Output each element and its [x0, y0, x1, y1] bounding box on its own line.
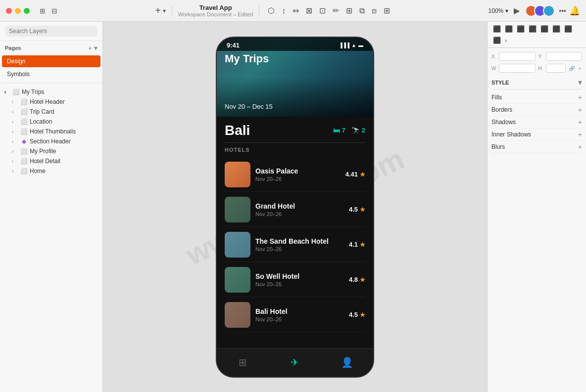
- align-center-h[interactable]: ⬛: [503, 24, 514, 34]
- w-input[interactable]: [499, 64, 536, 73]
- rating-value-2: 4.1: [349, 241, 358, 248]
- view-toggle-1[interactable]: ⊞: [38, 6, 48, 16]
- x-input[interactable]: [499, 52, 536, 61]
- tree-item-hotel-thumbnails[interactable]: › ⬜ Hotel Thumbnails: [0, 127, 102, 136]
- tree-item-hotel-header[interactable]: › ⬜ Hotel Header: [0, 97, 102, 107]
- add-button[interactable]: +: [155, 5, 161, 16]
- avatar-3: [543, 5, 555, 17]
- tool-copy[interactable]: ⧉: [357, 5, 367, 17]
- zoom-control[interactable]: 100% ▾: [488, 7, 509, 14]
- hotel-item-3[interactable]: So Well Hotel Nov 20–26 4.8 ★: [225, 263, 365, 297]
- chevron-icon: ›: [12, 99, 18, 105]
- borders-actions: +: [578, 106, 582, 114]
- lock-ratio-button[interactable]: 🔗: [567, 64, 576, 73]
- more-options-button[interactable]: ›: [578, 64, 582, 73]
- tool-arrange[interactable]: ↕: [279, 5, 288, 17]
- tab-profile[interactable]: 👤: [321, 348, 373, 377]
- hotel-item-1[interactable]: Grand Hotel Nov 20–26 4.5 ★: [225, 193, 365, 227]
- tree-item-home[interactable]: › ⬜ Home: [0, 166, 102, 176]
- page-symbols[interactable]: Symbols: [2, 68, 100, 80]
- play-button[interactable]: ▶: [511, 4, 522, 17]
- page-design[interactable]: Design: [2, 55, 100, 67]
- beds-stat: 🛏 7: [333, 127, 345, 134]
- main-area: Pages + ▾ Design Symbols ▾ ⬜ My Trips › …: [0, 22, 586, 392]
- style-expand-button[interactable]: ▾: [578, 78, 582, 87]
- align-left[interactable]: ⬛: [491, 24, 502, 34]
- minimize-button[interactable]: [15, 8, 21, 14]
- fullscreen-button[interactable]: [24, 8, 30, 14]
- tree-item-my-trips[interactable]: ▾ ⬜ My Trips: [0, 87, 102, 97]
- tab-grid[interactable]: ⊞: [217, 348, 269, 377]
- add-inner-shadow-button[interactable]: +: [578, 131, 582, 138]
- hotel-rating-1: 4.5 ★: [349, 206, 365, 213]
- tree-item-my-profile[interactable]: › ⬜ My Profile: [0, 146, 102, 156]
- more-button[interactable]: •••: [559, 7, 566, 15]
- shadows-row[interactable]: Shadows +: [491, 116, 582, 129]
- align-bottom[interactable]: ⬛: [551, 24, 562, 34]
- fills-actions: +: [578, 93, 582, 101]
- add-border-button[interactable]: +: [578, 106, 582, 114]
- page-icon: ⬜: [12, 88, 20, 95]
- inner-shadows-row[interactable]: Inner Shadows +: [491, 129, 582, 141]
- notification-bell[interactable]: 🔔: [569, 5, 580, 16]
- hotel-item-0[interactable]: Oasis Palace Nov 20–26 4.41 ★: [225, 158, 365, 192]
- pages-actions: + ▾: [88, 44, 98, 52]
- hotel-item-2[interactable]: The Sand Beach Hotel Nov 20–26 4.1 ★: [225, 228, 365, 262]
- collaborators: [525, 5, 552, 17]
- view-toggle-2[interactable]: ⊟: [49, 6, 59, 16]
- header-overlay: [217, 77, 373, 117]
- distribute-v[interactable]: ⬛: [491, 35, 502, 45]
- rating-value-1: 4.5: [349, 206, 358, 213]
- hotel-name-0: Oasis Palace: [255, 167, 341, 175]
- hotel-thumb-4: [225, 302, 250, 328]
- align-center-v[interactable]: ⬛: [539, 24, 550, 34]
- tab-travel[interactable]: ✈: [269, 348, 321, 377]
- tool-layers[interactable]: ⧈: [369, 5, 379, 17]
- style-label: STYLE: [491, 80, 509, 86]
- hotel-list: Oasis Palace Nov 20–26 4.41 ★: [225, 158, 365, 332]
- add-fill-button[interactable]: +: [578, 93, 582, 101]
- tool-more[interactable]: ⊞: [381, 4, 392, 17]
- app-subtitle: Workspace Document – Edited: [178, 11, 253, 17]
- add-page-button[interactable]: +: [88, 44, 92, 52]
- align-right[interactable]: ⬛: [515, 24, 526, 34]
- fills-row[interactable]: Fills +: [491, 91, 582, 104]
- tool-insert[interactable]: ⬡: [265, 4, 277, 17]
- folder-icon: ⬜: [20, 108, 28, 115]
- toolbar: ⊞ ⊟ + ▾ Travel App Workspace Document – …: [0, 0, 586, 22]
- add-shadow-button[interactable]: +: [578, 118, 582, 126]
- hotel-rating-0: 4.41 ★: [345, 171, 365, 178]
- h-input[interactable]: [546, 64, 566, 73]
- add-chevron[interactable]: ▾: [163, 7, 166, 14]
- tool-frame[interactable]: ⊠: [303, 4, 315, 17]
- tool-crop[interactable]: ⊡: [317, 4, 328, 17]
- borders-row[interactable]: Borders +: [491, 104, 582, 116]
- tree-label: My Trips: [22, 88, 44, 95]
- y-input[interactable]: [546, 52, 583, 61]
- star-icon-1: ★: [360, 206, 365, 213]
- tool-distribute[interactable]: ⇔: [290, 4, 301, 17]
- pages-more-button[interactable]: ▾: [94, 44, 98, 52]
- more-align[interactable]: ›: [503, 35, 508, 45]
- phone-body[interactable]: Bali 🛏 7 🔭 2 HOTELS: [217, 117, 373, 348]
- hotel-rating-3: 4.8 ★: [349, 276, 365, 283]
- coord-row-xy: X Y: [491, 52, 582, 61]
- tool-pen[interactable]: ✏: [330, 4, 342, 17]
- distribute-h[interactable]: ⬛: [563, 24, 574, 34]
- close-button[interactable]: [6, 8, 12, 14]
- tool-resize[interactable]: ⊞: [343, 4, 355, 17]
- hotel-item-4[interactable]: Bali Hotel Nov 20–26 4.5 ★: [225, 298, 365, 332]
- tree-item-hotel-detail[interactable]: › ⬜ Hotel Detail: [0, 156, 102, 166]
- tree-item-location[interactable]: › ⬜ Location: [0, 117, 102, 127]
- person-icon: 👤: [341, 356, 353, 368]
- status-icons: ▐▐▐ ▲ ▬: [339, 43, 363, 48]
- blurs-row[interactable]: Blurs +: [491, 141, 582, 153]
- hotels-section-title: HOTELS: [225, 147, 365, 153]
- align-top[interactable]: ⬛: [527, 24, 538, 34]
- search-input[interactable]: [5, 26, 98, 37]
- add-blur-button[interactable]: +: [578, 143, 582, 151]
- hotel-dates-2: Nov 20–26: [255, 246, 344, 252]
- right-panel-content: X Y W H 🔗 ›: [488, 48, 586, 392]
- tree-item-trip-card[interactable]: › ⬜ Trip Card: [0, 107, 102, 117]
- tree-item-section-header[interactable]: › ◆ Section Header: [0, 136, 102, 146]
